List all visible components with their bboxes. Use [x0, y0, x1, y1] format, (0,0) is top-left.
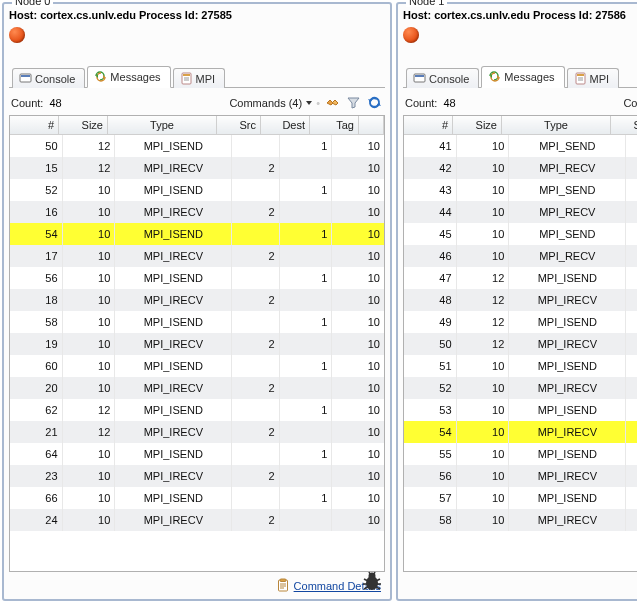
table-row[interactable]: 2310MPI_IRECV210: [10, 465, 384, 487]
command-details-link[interactable]: Command Details: [9, 572, 385, 594]
col-tag[interactable]: Tag: [310, 116, 359, 135]
table-row[interactable]: 5012MPI_ISEND110: [10, 135, 384, 157]
tab-messages[interactable]: Messages: [481, 66, 564, 88]
table-row[interactable]: 4812MPI_IRECV010: [404, 289, 637, 311]
cell-dest: [279, 201, 332, 223]
col-num[interactable]: #: [10, 116, 59, 135]
table-row[interactable]: 5610MPI_IRECV010: [404, 465, 637, 487]
table-row[interactable]: 5810MPI_IRECV010: [404, 509, 637, 531]
table-row[interactable]: 6212MPI_ISEND110: [10, 399, 384, 421]
table-row[interactable]: 4510MPI_SEND210: [404, 223, 637, 245]
col-size[interactable]: Size: [59, 116, 108, 135]
stop-icon[interactable]: [9, 27, 25, 43]
cell-dest: 1: [279, 311, 332, 333]
cell-type: MPI_IRECV: [509, 289, 626, 311]
table-row[interactable]: 1810MPI_IRECV210: [10, 289, 384, 311]
cell-num: 66: [10, 487, 62, 509]
stop-icon[interactable]: [403, 27, 419, 43]
cell-src: [232, 223, 279, 245]
filter-icon[interactable]: [345, 94, 362, 111]
table-row[interactable]: 4210MPI_RECV0*10: [404, 157, 637, 179]
table-row[interactable]: 5012MPI_IRECV010: [404, 333, 637, 355]
tab-mpi[interactable]: MPI: [567, 68, 620, 88]
cell-type: MPI_ISEND: [509, 355, 626, 377]
col-src[interactable]: Src: [611, 116, 638, 135]
table-row[interactable]: 5510MPI_ISEND210: [404, 443, 637, 465]
table-row[interactable]: 5410MPI_IRECV010: [404, 421, 637, 443]
cell-src: [626, 135, 637, 157]
table-row[interactable]: 1512MPI_IRECV210: [10, 157, 384, 179]
table-row[interactable]: 6010MPI_ISEND110: [10, 355, 384, 377]
col-dest[interactable]: Dest: [261, 116, 310, 135]
cell-size: 10: [62, 179, 115, 201]
table-row[interactable]: 5410MPI_ISEND110: [10, 223, 384, 245]
cell-tag: 10: [332, 355, 384, 377]
cell-size: 10: [456, 223, 509, 245]
messages-icon: [488, 70, 501, 83]
commands-dropdown[interactable]: Commands (4): [623, 97, 637, 109]
table-row[interactable]: 5110MPI_ISEND210: [404, 355, 637, 377]
svg-rect-26: [415, 75, 424, 77]
cell-src: [232, 311, 279, 333]
table-row[interactable]: 1610MPI_IRECV210: [10, 201, 384, 223]
col-type[interactable]: Type: [108, 116, 217, 135]
cell-tag: 10: [332, 179, 384, 201]
tab-console[interactable]: Console: [12, 68, 85, 88]
table-row[interactable]: 6610MPI_ISEND110: [10, 487, 384, 509]
refresh-icon[interactable]: [366, 94, 383, 111]
table-row[interactable]: 4912MPI_ISEND210: [404, 311, 637, 333]
table-row[interactable]: 4410MPI_RECV0*10: [404, 201, 637, 223]
commands-dropdown[interactable]: Commands (4): [229, 97, 312, 109]
table-row[interactable]: 5310MPI_ISEND210: [404, 399, 637, 421]
cell-size: 12: [62, 135, 115, 157]
table-row[interactable]: 5610MPI_ISEND110: [10, 267, 384, 289]
cell-type: MPI_ISEND: [509, 487, 626, 509]
table-row[interactable]: 2112MPI_IRECV210: [10, 421, 384, 443]
tab-messages[interactable]: Messages: [87, 66, 170, 88]
table-scroll[interactable]: 5012MPI_ISEND1101512MPI_IRECV2105210MPI_…: [10, 135, 384, 571]
cell-num: 24: [10, 509, 62, 531]
cell-size: 10: [456, 465, 509, 487]
table-row[interactable]: 2410MPI_IRECV210: [10, 509, 384, 531]
cell-size: 10: [456, 179, 509, 201]
bug-icon[interactable]: [360, 569, 384, 593]
table-row[interactable]: 5210MPI_ISEND110: [10, 179, 384, 201]
table-row[interactable]: 1910MPI_IRECV210: [10, 333, 384, 355]
table-scroll[interactable]: 4110MPI_SEND2104210MPI_RECV0*104310MPI_S…: [404, 135, 637, 571]
table-row[interactable]: 5210MPI_IRECV010: [404, 377, 637, 399]
table-row[interactable]: 6410MPI_ISEND110: [10, 443, 384, 465]
table-row[interactable]: 4310MPI_SEND210: [404, 179, 637, 201]
command-details-link[interactable]: Command Details: [403, 572, 637, 594]
tab-console[interactable]: Console: [406, 68, 479, 88]
table-row[interactable]: 1710MPI_IRECV210: [10, 245, 384, 267]
table-row[interactable]: 2010MPI_IRECV210: [10, 377, 384, 399]
col-num[interactable]: #: [404, 116, 453, 135]
cell-num: 45: [404, 223, 456, 245]
messages-toolbar: Count:48Commands (4)•: [403, 88, 637, 115]
cell-dest: [279, 333, 332, 355]
tab-label: MPI: [590, 73, 610, 85]
cell-size: 10: [456, 509, 509, 531]
table-row[interactable]: 5710MPI_ISEND210: [404, 487, 637, 509]
cell-size: 10: [62, 333, 115, 355]
cell-dest: [279, 465, 332, 487]
cell-num: 58: [404, 509, 456, 531]
svg-rect-30: [577, 74, 584, 76]
table-row[interactable]: 4610MPI_RECV0*10: [404, 245, 637, 267]
cell-type: MPI_IRECV: [509, 509, 626, 531]
col-type[interactable]: Type: [502, 116, 611, 135]
cell-src: 0: [626, 289, 637, 311]
cell-size: 10: [456, 421, 509, 443]
col-size[interactable]: Size: [453, 116, 502, 135]
cell-num: 23: [10, 465, 62, 487]
handshake-icon[interactable]: [324, 94, 341, 111]
commands-label: Commands (4): [229, 97, 302, 109]
table-row[interactable]: 4110MPI_SEND210: [404, 135, 637, 157]
table-row[interactable]: 4712MPI_ISEND210: [404, 267, 637, 289]
tab-mpi[interactable]: MPI: [173, 68, 226, 88]
node-pane-0: Node 0Host: cortex.cs.unlv.edu Process I…: [2, 2, 392, 601]
table-row[interactable]: 5810MPI_ISEND110: [10, 311, 384, 333]
col-src[interactable]: Src: [217, 116, 261, 135]
tab-bar: ConsoleMessagesMPI: [403, 65, 637, 88]
cell-type: MPI_ISEND: [115, 267, 232, 289]
